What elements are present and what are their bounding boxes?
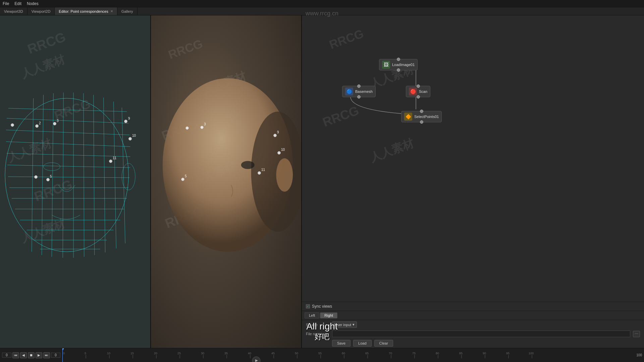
viewport-center[interactable]: RRCG 人人素材 RRCG 人人素材 RRCG [151, 15, 302, 348]
node-loadimage01-top-connector[interactable] [397, 58, 400, 61]
filename-label: File name [306, 332, 329, 336]
node-basemesh[interactable]: 🔵 Basemesh [342, 86, 376, 97]
point-marker-3[interactable] [53, 122, 56, 125]
svg-text:75: 75 [412, 352, 416, 355]
photo-point-label-9: 9 [277, 130, 279, 134]
filename-input[interactable] [332, 330, 630, 337]
sync-area: Sync views [302, 302, 644, 311]
svg-text:65: 65 [365, 352, 369, 355]
svg-text:55: 55 [318, 352, 322, 355]
viewport-left[interactable]: RRCG 人人素材 RRCG 人人素材 RRCG 人人素材 [0, 15, 151, 348]
svg-line-2 [7, 118, 128, 123]
svg-text:60: 60 [342, 352, 345, 355]
photo-point-3[interactable] [200, 126, 204, 129]
tab-editor[interactable]: Editor: Point correspondences ✕ [55, 7, 117, 15]
timeline-ruler[interactable]: 0 5 10 15 20 25 30 35 40 [62, 348, 634, 362]
node-basemesh-label: Basemesh [355, 89, 373, 94]
svg-line-18 [63, 93, 63, 258]
sync-views-label: Sync views [312, 304, 332, 309]
photo-head-svg [151, 15, 301, 348]
point-marker-4[interactable] [34, 175, 38, 179]
svg-line-4 [6, 142, 130, 147]
node-scan-top-connector[interactable] [417, 84, 420, 88]
node-selectpoints01-top-connector[interactable] [420, 110, 423, 113]
svg-point-29 [276, 158, 293, 192]
svg-line-16 [42, 95, 43, 255]
tab-gallery[interactable]: Gallery [117, 7, 138, 15]
step-back-button[interactable]: ⏮ [12, 352, 19, 358]
filename-row: File name ⋯ [302, 329, 644, 339]
svg-point-0 [5, 98, 128, 252]
point-marker-0[interactable] [11, 123, 14, 127]
photo-point-2[interactable] [185, 126, 189, 130]
photo-point-9[interactable] [273, 134, 277, 137]
file-browse-button[interactable]: ⋯ [633, 331, 640, 337]
step-forward-button[interactable]: ⏭ [43, 352, 50, 358]
wireframe-svg [0, 15, 150, 348]
point-marker-11[interactable] [109, 160, 112, 163]
svg-text:80: 80 [436, 352, 439, 355]
svg-line-17 [52, 93, 53, 257]
menu-file[interactable]: File [3, 1, 9, 6]
play-back-button[interactable]: ◀ [20, 352, 27, 358]
node-scan[interactable]: 🔴 Scan [406, 86, 430, 97]
timeline-start-field[interactable] [2, 353, 11, 358]
lr-tab-right[interactable]: Right [320, 312, 337, 318]
svg-text:25: 25 [177, 352, 181, 355]
tab-viewport3d[interactable]: Viewport3D [0, 7, 28, 15]
svg-line-21 [94, 95, 95, 255]
photo-point-5[interactable] [181, 178, 184, 181]
sync-views-checkbox[interactable] [306, 304, 310, 308]
menu-bar: File Edit Nodes [0, 0, 644, 7]
point-marker-2[interactable] [35, 124, 39, 128]
node-canvas[interactable]: 🖼 LoadImage01 🔵 Basemesh 🔴 Scan [302, 15, 644, 348]
svg-text:50: 50 [295, 352, 298, 355]
svg-text:10: 10 [107, 352, 110, 355]
menu-nodes[interactable]: Nodes [27, 1, 39, 6]
svg-text:70: 70 [389, 352, 392, 355]
node-basemesh-top-connector[interactable] [357, 84, 361, 88]
bottom-bar: ⏮ ◀ ⏹ ▶ ⏭ 0 5 10 15 20 25 [0, 348, 644, 362]
svg-line-7 [8, 177, 129, 178]
play-stop-button[interactable]: ⏹ [28, 352, 35, 358]
svg-line-6 [7, 165, 130, 168]
point-label-9: 9 [128, 117, 130, 120]
point-label-10: 10 [132, 134, 136, 137]
clear-button[interactable]: Clear [374, 340, 393, 347]
tab-gallery-label: Gallery [121, 9, 133, 13]
main-content: RRCG 人人素材 RRCG 人人素材 RRCG 人人素材 [0, 15, 644, 348]
svg-line-22 [104, 98, 105, 252]
photo-point-label-5: 5 [185, 174, 187, 178]
source-dropdown[interactable]: User input ▾ [332, 321, 357, 328]
node-scan-icon: 🔴 [409, 87, 417, 96]
point-marker-10[interactable] [128, 137, 132, 140]
node-selectpoints01[interactable]: 🔶 SelectPoints01 [401, 111, 442, 122]
lr-tab-left[interactable]: Left [305, 312, 319, 318]
save-button[interactable]: Save [332, 340, 351, 347]
photo-point-10[interactable] [277, 151, 281, 155]
node-loadimage01-bottom-connector[interactable] [397, 68, 400, 72]
tab-editor-close[interactable]: ✕ [110, 9, 113, 13]
svg-line-20 [84, 93, 84, 257]
node-loadimage01[interactable]: 🖼 LoadImage01 [379, 59, 418, 70]
svg-text:45: 45 [271, 352, 275, 355]
point-marker-5[interactable] [46, 178, 50, 181]
node-basemesh-bottom-connector[interactable] [357, 95, 361, 99]
svg-text:40: 40 [248, 352, 251, 355]
load-button[interactable]: Load [353, 340, 371, 347]
menu-edit[interactable]: Edit [14, 1, 21, 6]
svg-line-24 [122, 108, 125, 243]
node-basemesh-icon: 🔵 [345, 87, 353, 96]
node-selectpoints01-bottom-connector[interactable] [420, 120, 423, 124]
node-scan-bottom-connector[interactable] [417, 95, 420, 99]
lr-tabs: Left Right [302, 311, 644, 320]
play-forward-button[interactable]: ▶ [36, 352, 42, 358]
source-label: Source [306, 323, 329, 327]
tab-viewport2d[interactable]: Viewport2D [28, 7, 55, 15]
timeline-end-number: 100 [634, 353, 644, 357]
timeline-current-field[interactable] [51, 353, 60, 358]
point-marker-9[interactable] [124, 120, 127, 123]
node-loadimage01-label: LoadImage01 [392, 63, 415, 67]
photo-point-11[interactable] [258, 171, 261, 175]
node-selectpoints01-label: SelectPoints01 [414, 115, 439, 119]
